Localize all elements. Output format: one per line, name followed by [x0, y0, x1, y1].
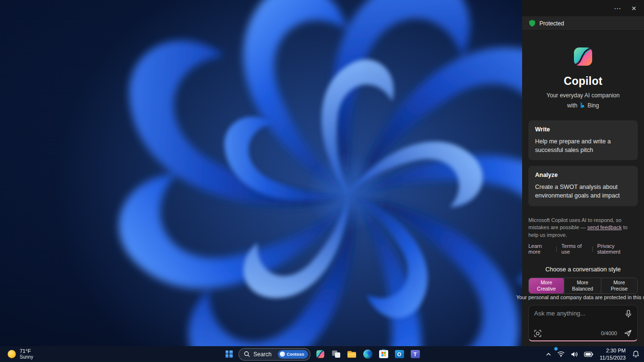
shield-icon: [529, 20, 536, 27]
bing-logo-icon: [580, 102, 585, 109]
screen: ⋯ × Protected Copilot You: [0, 0, 644, 362]
style-more-precise-button[interactable]: More Precise: [601, 278, 637, 293]
copilot-panel: ⋯ × Protected Copilot You: [522, 0, 644, 346]
send-icon[interactable]: [624, 329, 632, 337]
edge-button[interactable]: [361, 348, 374, 361]
style-label-line1: More: [541, 280, 552, 286]
style-label-line2: Balanced: [572, 286, 593, 292]
card-description: Create a SWOT analysis about environment…: [535, 183, 631, 200]
file-explorer-icon: [347, 351, 356, 358]
microphone-icon[interactable]: [625, 310, 632, 318]
outlook-icon: O: [395, 350, 404, 358]
copilot-taskbar-button[interactable]: [314, 348, 326, 361]
suggestion-card-analyze[interactable]: Analyze Create a SWOT analysis about env…: [528, 166, 638, 206]
conversation-style-group: More Creative More Balanced More Precise: [528, 278, 638, 294]
ai-disclaimer: Microsoft Copilot uses AI to respond, so…: [528, 217, 638, 240]
teams-icon: T: [411, 350, 420, 358]
terms-of-use-link[interactable]: Terms of use: [557, 243, 592, 255]
tray-date: 11/15/2023: [600, 354, 626, 361]
send-feedback-link[interactable]: send feedback: [587, 224, 622, 230]
taskbar-center: Search Contoso: [223, 346, 421, 362]
teams-button[interactable]: T: [409, 348, 421, 361]
taskbar: 71°F Sunny Search Contoso: [0, 346, 644, 362]
contoso-logo-icon: [280, 351, 285, 357]
weather-widget[interactable]: 71°F Sunny: [5, 346, 36, 362]
privacy-note-text: Your personal and company data are prote…: [516, 294, 644, 300]
outlook-button[interactable]: O: [393, 348, 405, 361]
wifi-icon: [557, 351, 565, 357]
task-view-icon: [332, 350, 340, 358]
privacy-statement-link[interactable]: Privacy statement: [592, 243, 638, 255]
close-icon[interactable]: ×: [632, 4, 636, 12]
chat-input-cluster: Your personal and company data are prote…: [528, 294, 638, 341]
network-status-badge: [554, 347, 558, 351]
card-title: Analyze: [535, 172, 631, 178]
system-tray: 2:30 PM 11/15/2023: [544, 346, 641, 362]
file-explorer-button[interactable]: [346, 348, 358, 361]
learn-more-link[interactable]: Learn more: [528, 243, 556, 255]
notifications-button[interactable]: [631, 348, 641, 361]
bell-icon: [632, 350, 639, 358]
task-view-button[interactable]: [330, 348, 342, 361]
volume-button[interactable]: [569, 348, 580, 361]
card-description: Help me prepare and write a successful s…: [535, 137, 631, 154]
style-label-line2: Precise: [611, 286, 628, 292]
footer-links: Learn more Terms of use Privacy statemen…: [528, 243, 638, 255]
sun-icon: [8, 350, 16, 358]
screenshot-scan-icon[interactable]: [534, 330, 541, 337]
style-label-line1: More: [613, 280, 625, 286]
microsoft-store-icon: [379, 350, 388, 358]
more-options-icon[interactable]: ⋯: [614, 5, 621, 12]
bing-text: Bing: [587, 102, 599, 109]
battery-icon: [584, 351, 593, 357]
copilot-titlebar: ⋯ ×: [522, 0, 644, 16]
privacy-note: Your personal and company data are prote…: [528, 294, 638, 300]
tray-time: 2:30 PM: [606, 347, 626, 354]
protected-label: Protected: [539, 20, 564, 27]
copilot-logo-icon: [572, 45, 595, 68]
contoso-badge-label: Contoso: [287, 352, 305, 357]
conversation-style-heading: Choose a conversation style: [528, 266, 638, 273]
search-icon: [244, 351, 250, 357]
copilot-content: Copilot Your everyday AI companion with …: [522, 31, 644, 348]
copilot-tagline: Your everyday AI companion: [528, 92, 638, 99]
search-placeholder: Search: [253, 351, 274, 358]
copilot-icon: [315, 349, 325, 359]
style-more-balanced-button[interactable]: More Balanced: [564, 278, 600, 293]
chat-input[interactable]: [534, 310, 621, 324]
with-text: with: [567, 102, 577, 109]
chat-input-box: 0/4000: [528, 305, 638, 341]
card-title: Write: [535, 126, 631, 133]
network-button[interactable]: [555, 348, 567, 361]
style-more-creative-button[interactable]: More Creative: [528, 278, 564, 294]
suggestion-card-write[interactable]: Write Help me prepare and write a succes…: [528, 120, 638, 160]
protected-badge[interactable]: Protected: [522, 16, 644, 31]
style-label-line1: More: [577, 280, 588, 286]
start-button[interactable]: [223, 348, 235, 361]
windows-logo-icon: [226, 350, 233, 358]
weather-temperature: 71°F: [20, 348, 33, 354]
search-box[interactable]: Search Contoso: [239, 348, 310, 361]
microsoft-store-button[interactable]: [377, 348, 390, 361]
style-label-line2: Creative: [537, 286, 556, 292]
character-counter: 0/4000: [601, 330, 617, 336]
battery-button[interactable]: [582, 348, 595, 361]
chevron-up-icon: [546, 351, 551, 357]
with-bing-line: with Bing: [528, 102, 638, 109]
speaker-icon: [571, 351, 578, 358]
weather-condition: Sunny: [20, 354, 33, 360]
copilot-title: Copilot: [528, 75, 638, 88]
clock[interactable]: 2:30 PM 11/15/2023: [597, 347, 629, 361]
edge-icon: [363, 350, 372, 359]
tray-chevron-button[interactable]: [544, 348, 553, 361]
contoso-badge: Contoso: [278, 350, 309, 359]
